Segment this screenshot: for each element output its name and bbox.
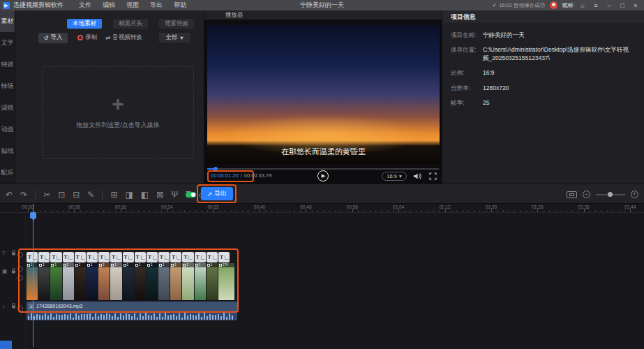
sidebar-item-2[interactable]: 特效 [0, 54, 15, 75]
video-track-visibility-toggle[interactable] [17, 266, 23, 272]
sidebar-item-5[interactable]: 动画 [0, 119, 15, 140]
play-button[interactable]: ▶ [317, 170, 329, 181]
subtitle-segment[interactable]: T [182, 252, 193, 262]
record-button[interactable]: 录制 [77, 34, 97, 42]
audio-track-lock-icon[interactable] [11, 303, 16, 309]
zoom-out-icon[interactable]: − [583, 191, 590, 198]
sidebar-item-6[interactable]: 贴纸 [0, 140, 15, 162]
video-track-lock-icon[interactable] [11, 268, 16, 274]
video-preview[interactable]: 在那悠长而温柔的黄昏里 [207, 25, 440, 164]
ruler-tick [497, 210, 497, 212]
fullscreen-icon[interactable] [428, 172, 437, 181]
import-button[interactable]: ↺ 导入 [38, 33, 68, 43]
text-track-lock-icon[interactable] [11, 250, 16, 255]
media-tab-2[interactable]: 背景特效 [159, 19, 194, 29]
subtitle-segment[interactable]: T [147, 252, 158, 262]
zoom-slider-knob[interactable] [608, 192, 613, 197]
video-clip[interactable]: 1 [63, 263, 74, 300]
split-icon[interactable]: ✂ [43, 191, 50, 199]
media-filter-dropdown[interactable]: 全部 ▾ [159, 33, 190, 43]
export-button[interactable]: ↗ 导出 [201, 187, 233, 200]
media-tab-0[interactable]: 本地素材 [67, 19, 102, 29]
record-voice-icon[interactable]: Ψ [171, 191, 178, 199]
avatar[interactable] [550, 1, 557, 9]
sidebar-item-7[interactable]: 配乐 [0, 162, 15, 184]
video-clip[interactable]: 1 [158, 263, 170, 300]
player-progress-bar[interactable] [207, 168, 439, 170]
close-button[interactable]: × [631, 2, 640, 9]
menu-item-0[interactable]: 文件 [73, 1, 97, 10]
subtitle-segment[interactable]: T [75, 252, 86, 262]
info-field-value: C:\Users\Administrator\Desktop\迅捷剪辑软件\文字… [483, 46, 634, 62]
video-clip[interactable]: 1 [195, 263, 206, 300]
hamburger-menu-icon[interactable]: ≡ [592, 2, 600, 9]
video-clip[interactable]: 1 [207, 263, 218, 300]
av-convert-button[interactable]: ⇄ 音视频转换 [105, 34, 142, 42]
delete-icon[interactable]: ⊟ [73, 191, 80, 199]
zoom-slider[interactable] [596, 194, 625, 195]
sidebar-item-0[interactable]: 素材 [0, 10, 15, 32]
volume-icon[interactable] [412, 172, 422, 181]
video-clip[interactable]: 1 [135, 263, 146, 300]
mosaic-icon[interactable]: ⊠ [156, 191, 163, 199]
text-segment-preview [68, 255, 73, 260]
crop-icon[interactable]: ⊡ [58, 191, 65, 199]
undo-icon[interactable]: ↶ [6, 191, 13, 199]
subtitle-segment[interactable]: T [123, 252, 134, 262]
home-icon[interactable]: ⌂ [578, 2, 587, 9]
ruler-tick [370, 210, 370, 212]
timeline-ruler[interactable]: 00:0000:0800:1600:2400:3200:4000:4800:56… [0, 204, 644, 213]
video-clip[interactable]: 1 [75, 263, 86, 300]
subtitle-segment[interactable]: T [38, 252, 50, 262]
video-clip[interactable]: 1 [182, 263, 193, 300]
menu-item-4[interactable]: 帮助 [168, 1, 192, 10]
video-clip[interactable]: 1 [123, 263, 134, 300]
sidebar-item-4[interactable]: 滤镜 [0, 97, 15, 119]
subtitle-segment[interactable]: T [87, 252, 98, 262]
menu-item-1[interactable]: 编辑 [97, 1, 121, 10]
video-clip[interactable]: 1 [110, 263, 121, 300]
subtitle-segment[interactable]: T [207, 252, 218, 262]
subtitle-segment[interactable]: T [158, 252, 170, 262]
subtitle-segment[interactable]: T [110, 252, 121, 262]
subtitle-segment[interactable]: T [98, 252, 110, 262]
audio-track-mute-toggle[interactable] [17, 306, 23, 311]
video-clip[interactable]: 1 [50, 263, 61, 300]
media-tab-1[interactable]: 精美片头 [113, 19, 148, 29]
subtitle-segment[interactable]: T [63, 252, 74, 262]
video-clip[interactable]: 1 [147, 263, 158, 300]
green-toggle[interactable] [186, 192, 196, 198]
video-track-mute-toggle[interactable] [17, 275, 23, 281]
zoom-in-icon[interactable]: + [631, 191, 638, 198]
ruler-tick [109, 210, 110, 212]
menu-item-2[interactable]: 视图 [121, 1, 144, 10]
subtitle-segment[interactable]: T [170, 252, 181, 262]
playhead-handle[interactable] [30, 212, 36, 218]
pip-icon[interactable]: ◧ [141, 191, 149, 199]
mask-icon[interactable]: ◨ [125, 191, 133, 199]
playhead-line[interactable] [33, 204, 33, 347]
subtitle-segment[interactable]: T [135, 252, 146, 262]
subtitle-segment[interactable]: T [195, 252, 206, 262]
maximize-button[interactable]: □ [618, 2, 627, 9]
edit-icon[interactable]: ✎ [87, 191, 94, 199]
menu-item-3[interactable]: 导出 [144, 1, 168, 10]
sidebar-item-3[interactable]: 转场 [0, 75, 15, 97]
video-clip[interactable]: 1 [170, 263, 181, 300]
text-track-visibility-toggle[interactable] [17, 252, 23, 258]
video-clip[interactable]: 174 [218, 263, 234, 300]
video-clip[interactable]: 1 [98, 263, 110, 300]
video-clip[interactable]: 1 [87, 263, 98, 300]
progress-knob[interactable] [214, 167, 218, 171]
minimize-button[interactable]: – [605, 2, 613, 9]
subtitle-segment[interactable]: T [50, 252, 61, 262]
sidebar-item-1[interactable]: 文字 [0, 32, 15, 54]
fit-timeline-icon[interactable] [567, 191, 577, 198]
media-dropzone[interactable]: + 拖放文件到这里/点击导入媒体 [42, 66, 194, 159]
audio-clip[interactable]: ♪ 1742889163043.mp3 [27, 302, 237, 320]
aspect-ratio-dropdown[interactable]: 16:9 ▾ [382, 172, 407, 181]
redo-icon[interactable]: ↷ [20, 191, 27, 199]
freeze-frame-icon[interactable]: ⊞ [110, 191, 117, 199]
video-clip[interactable]: 1 [38, 263, 50, 300]
subtitle-segment[interactable]: T [218, 252, 230, 262]
